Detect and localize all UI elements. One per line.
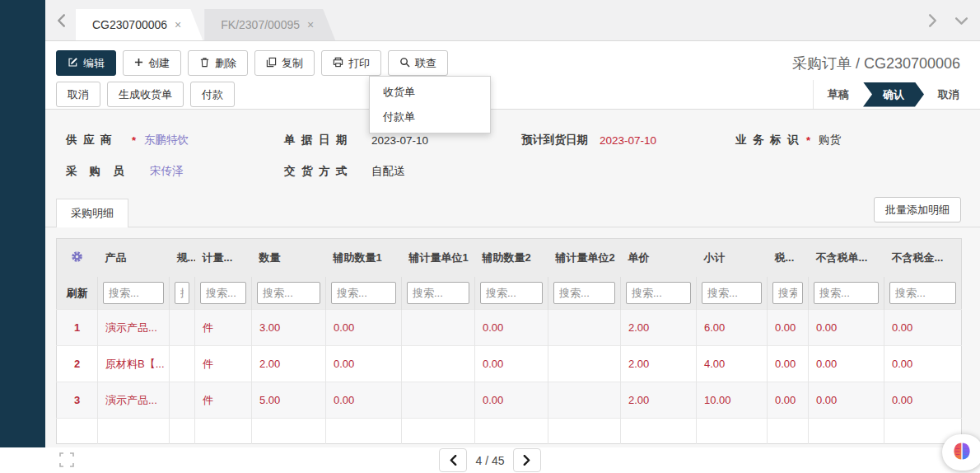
cell-qty[interactable]: 3.00 [252, 310, 326, 346]
cell-uom[interactable]: 件 [195, 310, 252, 346]
status-cancelled[interactable]: 取消 [924, 82, 973, 107]
search-input-spec[interactable] [175, 282, 189, 304]
cell-product[interactable]: 演示产品... [98, 382, 170, 419]
cell-price[interactable]: 2.00 [621, 310, 697, 346]
batch-add-details-button[interactable]: 批量添加明细 [874, 197, 961, 222]
table-row[interactable]: 1 演示产品... 件 3.00 0.00 0.00 2.00 6.00 0.0… [57, 310, 962, 346]
col-header-aux-qty1[interactable]: 辅助数量1 [326, 239, 402, 278]
refresh-button[interactable]: 刷新 [57, 277, 98, 310]
search-input-price-excl[interactable] [814, 282, 879, 304]
cell-price-excl[interactable]: 0.00 [809, 382, 884, 419]
cell-price-excl[interactable]: 0.00 [809, 310, 884, 346]
col-header-price-excl[interactable]: 不含税单... [809, 239, 884, 278]
cell-product[interactable]: 演示产品... [98, 310, 170, 346]
cell-aux-qty2[interactable]: 0.00 [475, 382, 548, 419]
search-input-price[interactable] [626, 282, 691, 304]
cell-aux-uom2[interactable] [548, 382, 621, 419]
tab-close-icon[interactable]: × [175, 18, 181, 31]
cancel-button[interactable]: 取消 [56, 82, 100, 107]
search-input-aux-qty1[interactable] [331, 282, 396, 304]
col-header-spec[interactable]: 规... [170, 239, 195, 278]
cell-spec[interactable] [170, 310, 195, 346]
cell-aux-uom2[interactable] [548, 310, 621, 346]
cell-aux-qty1[interactable]: 0.00 [326, 310, 402, 346]
col-header-qty[interactable]: 数量 [252, 239, 326, 278]
col-header-uom[interactable]: 计量... [195, 239, 252, 278]
linked-query-button[interactable]: 联查 [388, 50, 448, 76]
assistant-pill[interactable] [942, 434, 980, 471]
search-input-uom[interactable] [200, 282, 246, 304]
col-header-price[interactable]: 单价 [621, 239, 697, 278]
buyer-value-link[interactable]: 宋传泽 [150, 164, 184, 179]
cell-aux-qty1[interactable]: 0.00 [326, 382, 402, 419]
payment-button[interactable]: 付款 [190, 82, 235, 107]
search-input-qty[interactable] [257, 282, 320, 304]
edit-button[interactable]: 编辑 [56, 50, 116, 76]
cell-aux-qty1[interactable]: 0.00 [326, 346, 402, 382]
cell-price[interactable]: 2.00 [621, 346, 697, 382]
cell-spec[interactable] [170, 382, 195, 419]
print-button[interactable]: 打印 [321, 50, 381, 76]
col-header-subtotal[interactable]: 小计 [697, 239, 768, 278]
col-header-aux-uom1[interactable]: 辅计量单位1 [402, 239, 475, 278]
col-header-amount-excl[interactable]: 不含税金... [884, 239, 962, 278]
biz-tag-value[interactable]: 购货 [819, 133, 841, 148]
search-input-tax[interactable] [772, 282, 803, 304]
status-confirmed-active[interactable]: 确认 [863, 82, 924, 107]
status-draft[interactable]: 草稿 [814, 82, 863, 107]
gear-icon[interactable] [71, 253, 83, 265]
cell-aux-qty2[interactable]: 0.00 [475, 310, 548, 346]
tabs-scroll-left-icon[interactable] [57, 13, 66, 28]
cell-subtotal[interactable]: 4.00 [697, 346, 768, 382]
cell-spec[interactable] [170, 346, 195, 382]
menu-item-payment-slip[interactable]: 付款单 [370, 105, 490, 129]
delete-button[interactable]: 删除 [188, 50, 248, 76]
doc-date-value[interactable]: 2023-07-10 [371, 134, 428, 147]
create-button[interactable]: 创建 [123, 50, 181, 76]
cell-subtotal[interactable]: 10.00 [697, 382, 768, 419]
cell-subtotal[interactable]: 6.00 [697, 310, 768, 346]
copy-button[interactable]: 复制 [254, 50, 315, 76]
tab-close-icon[interactable]: × [307, 18, 314, 31]
expected-date-value[interactable]: 2023-07-10 [600, 134, 656, 147]
cell-amount-excl[interactable]: 0.00 [884, 310, 962, 346]
document-tab-active[interactable]: CG230700006 × [76, 9, 203, 40]
col-header-product[interactable]: 产品 [98, 239, 170, 278]
cell-aux-uom2[interactable] [548, 346, 621, 382]
cell-aux-qty2[interactable]: 0.00 [475, 346, 548, 382]
cell-price[interactable]: 2.00 [621, 382, 697, 419]
cell-tax[interactable]: 0.00 [768, 382, 809, 419]
search-input-subtotal[interactable] [702, 282, 762, 304]
search-input-aux-uom2[interactable] [553, 282, 615, 304]
generate-receipt-button[interactable]: 生成收货单 [107, 82, 184, 107]
search-input-aux-uom1[interactable] [407, 282, 469, 304]
cell-qty[interactable]: 5.00 [252, 382, 326, 419]
search-input-aux-qty2[interactable] [480, 282, 543, 304]
col-header-aux-qty2[interactable]: 辅助数量2 [475, 239, 548, 278]
cell-qty[interactable]: 2.00 [252, 346, 326, 382]
menu-item-receipt[interactable]: 收货单 [370, 80, 490, 105]
search-input-amount-excl[interactable] [889, 282, 956, 304]
cell-amount-excl[interactable]: 0.00 [884, 346, 962, 382]
cell-product[interactable]: 原材料B【... [98, 346, 170, 382]
supplier-value-link[interactable]: 东鹏特饮 [144, 133, 189, 148]
cell-tax[interactable]: 0.00 [768, 310, 809, 346]
cell-uom[interactable]: 件 [195, 382, 252, 419]
pager-prev-button[interactable] [439, 448, 467, 472]
cell-amount-excl[interactable]: 0.00 [884, 382, 962, 419]
cell-price-excl[interactable]: 0.00 [809, 346, 884, 382]
cell-aux-uom1[interactable] [402, 310, 475, 346]
search-input-product[interactable] [103, 282, 164, 304]
cell-aux-uom1[interactable] [402, 382, 475, 419]
table-row[interactable]: 2 原材料B【... 件 2.00 0.00 0.00 2.00 4.00 0.… [57, 346, 962, 382]
tabs-scroll-right-icon[interactable] [928, 0, 937, 41]
cell-uom[interactable]: 件 [195, 346, 252, 382]
cell-aux-uom1[interactable] [402, 346, 475, 382]
delivery-value[interactable]: 自配送 [371, 164, 405, 179]
pager-next-button[interactable] [513, 448, 541, 472]
cell-tax[interactable]: 0.00 [768, 346, 809, 382]
col-header-aux-uom2[interactable]: 辅计量单位2 [548, 239, 621, 278]
tabs-list-chevron-down-icon[interactable] [954, 0, 968, 41]
document-tab-inactive[interactable]: FK/2307/00095 × [204, 9, 335, 40]
table-row[interactable]: 3 演示产品... 件 5.00 0.00 0.00 2.00 10.00 0.… [57, 382, 962, 419]
